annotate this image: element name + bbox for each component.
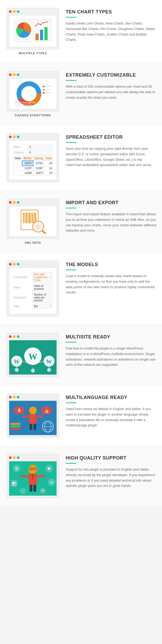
section-right-chart-types: TEN CHART TYPES Easily create Line Chart… [66, 8, 157, 43]
type-select[interactable]: Bar ▾ [32, 304, 52, 308]
cols-input[interactable]: 4 [28, 150, 52, 155]
section-models: Load Model Bars with Logarithmic Scale ▾… [0, 253, 162, 325]
section-text-support: Support for this plugin is provided in E… [66, 467, 157, 489]
svg-rect-4 [44, 27, 48, 40]
name-value[interactable]: Sales of products [32, 284, 52, 291]
section-spreadsheet: Rows 3 Columns 4 Data Winter [0, 125, 162, 190]
section-left-import-export: XML DATA [5, 199, 60, 244]
multisite-illustration: W W W [9, 340, 57, 375]
cell-r3-spring[interactable]: 16873 [33, 171, 44, 176]
dot-green [17, 10, 19, 13]
window-chrome-chart-types [7, 8, 59, 49]
section-right-customizable: EXTREMELY CUSTOMIZABLE With a total of 2… [66, 71, 157, 100]
spreadsheet-content: Rows 3 Columns 4 Data Winter [9, 140, 57, 180]
section-left-multilanguage: $ ﷼ [5, 393, 60, 438]
underline-multilanguage [66, 402, 76, 403]
svg-point-50 [47, 368, 51, 372]
svg-point-49 [31, 369, 35, 373]
svg-rect-15 [45, 86, 52, 87]
cell-r2-winter[interactable]: 11287 [22, 166, 33, 171]
svg-text:﷼: ﷼ [45, 409, 49, 413]
multisite-svg: W W W [9, 340, 57, 375]
dot-green-7 [17, 396, 19, 398]
spread-row-rows: Rows 3 [13, 145, 52, 149]
cell-r1-spring[interactable]: 13763 [33, 161, 44, 166]
customizable-illustration [9, 78, 57, 109]
svg-rect-56 [29, 414, 37, 424]
section-title-multisite: MULTISITE READY [66, 334, 157, 340]
svg-rect-25 [25, 213, 25, 223]
col-spring: Spring [33, 156, 44, 161]
description-value[interactable]: Number of sales per product [32, 292, 52, 303]
svg-rect-69 [11, 428, 21, 430]
chart-svg [12, 18, 54, 44]
chart-types-illustration [9, 15, 57, 47]
underline-spreadsheet [66, 142, 76, 143]
cell-r1-winter[interactable]: 12876 [22, 161, 33, 166]
section-text-customizable: With a total of 240 customizable options… [66, 84, 157, 100]
window-dots-7 [9, 396, 57, 398]
dot-green-3 [17, 136, 19, 138]
section-right-multisite: MULTISITE READY Feel free to install thi… [66, 333, 157, 368]
svg-rect-29 [31, 213, 32, 223]
window-dots [9, 10, 57, 13]
window-dots-4 [9, 201, 57, 204]
col-summer: Summer [44, 156, 52, 161]
window-chrome-customizable [7, 71, 59, 112]
load-model-select[interactable]: Bars with Logarithmic Scale ▾ [32, 272, 52, 282]
svg-rect-85 [33, 485, 36, 492]
cell-r2-summer[interactable]: 14287 [44, 166, 52, 171]
svg-point-13 [24, 88, 34, 99]
xml-svg [16, 209, 50, 234]
section-customizable: CHANGE EVERYTHING EXTREMELY CUSTOMIZABLE… [0, 63, 162, 125]
svg-rect-20 [14, 102, 36, 103]
section-text-import-export: The import and export feature available … [66, 212, 157, 233]
rows-input[interactable]: 3 [28, 145, 52, 149]
dot-yellow-8 [13, 456, 16, 459]
section-text-spreadsheet: Save your time by copying your data dire… [66, 146, 157, 168]
section-multisite: W W W [0, 325, 162, 385]
window-chrome-multisite: W W W [7, 333, 59, 377]
svg-point-6 [38, 23, 39, 24]
row-empty-2 [14, 166, 22, 171]
svg-text:📊: 📊 [12, 482, 16, 486]
data-header-label: Data [14, 156, 22, 161]
svg-rect-28 [29, 213, 31, 223]
section-left-chart-types: MULTIPLE TYPES [5, 8, 60, 55]
cell-r3-winter[interactable]: 10398 [22, 171, 33, 176]
underline-multisite [66, 342, 76, 343]
dot-yellow-4 [13, 201, 16, 204]
multilang-svg: $ ﷼ [9, 401, 57, 435]
row-empty-1 [14, 161, 22, 166]
svg-text:🔧: 🔧 [21, 490, 25, 493]
section-multilanguage: $ ﷼ M [0, 386, 162, 446]
dot-red-8 [9, 456, 12, 459]
donut-svg [12, 81, 54, 107]
dot-green-5 [17, 263, 19, 266]
cell-r2-spring[interactable]: 11987 [33, 166, 44, 171]
section-left-multisite: W W W [5, 333, 60, 377]
svg-rect-14 [43, 86, 44, 87]
svg-rect-3 [40, 30, 43, 40]
type-value: Bar [34, 305, 38, 308]
svg-rect-31 [34, 213, 34, 223]
cell-r1-summer[interactable]: 25098 [44, 161, 52, 166]
underline-support [66, 463, 76, 464]
svg-point-5 [35, 25, 36, 26]
section-right-models: THE MODELS Load a model to instantly cre… [66, 261, 157, 295]
cell-r3-summer[interactable]: 19872 [44, 171, 52, 176]
section-support: ⚙ 📊 💬 ✉ 🔧 💡 HIGH [0, 446, 162, 506]
section-text-models: Load a model to instantly create new cha… [66, 273, 157, 295]
dot-green-2 [17, 73, 19, 76]
chevron-down-icon-2: ▾ [50, 305, 51, 307]
window-chrome-support: ⚙ 📊 💬 ✉ 🔧 💡 [7, 454, 59, 498]
window-dots-3 [9, 136, 57, 138]
svg-text:💡: 💡 [41, 490, 45, 493]
section-right-support: HIGH QUALITY SUPPORT Support for this pl… [66, 454, 157, 489]
dot-yellow-2 [13, 73, 16, 76]
rows-label: Rows [13, 146, 28, 148]
model-row-type: Type Bar ▾ [13, 304, 52, 308]
xml-illustration [9, 206, 57, 237]
section-title-multilanguage: MULTILANGUAGE READY [66, 395, 157, 400]
dot-yellow-5 [13, 263, 16, 266]
